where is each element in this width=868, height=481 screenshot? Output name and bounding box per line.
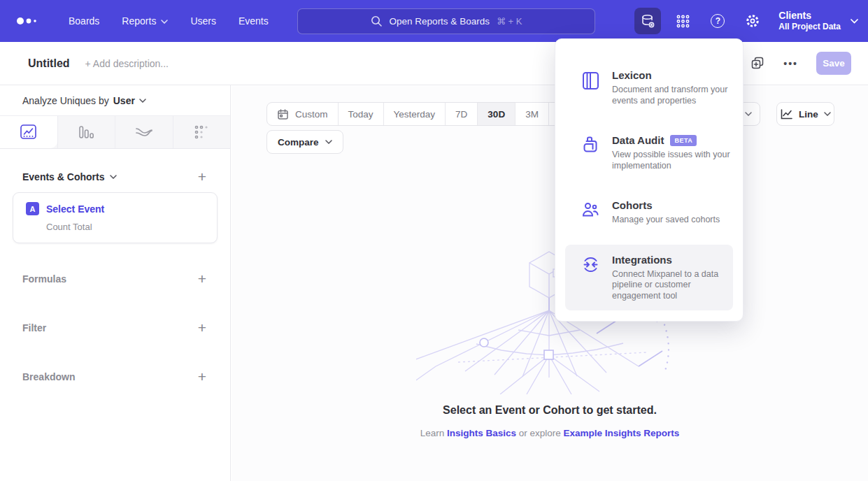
top-nav: Boards Reports Users Events Open Reports… (0, 0, 868, 42)
event-card[interactable]: A Select Event Count Total (13, 192, 218, 243)
date-range-yesterday[interactable]: Yesterday (383, 103, 446, 125)
project-switcher[interactable]: Clients All Project Data (778, 10, 858, 32)
chart-type-tabs (0, 115, 230, 149)
nav-item-label: Boards (69, 15, 99, 27)
add-breakdown-button[interactable]: + (198, 370, 206, 384)
formulas-section: Formulas + (0, 254, 230, 303)
grid-dots-tab-icon (194, 124, 209, 140)
apps-grid-button[interactable] (669, 8, 696, 34)
date-range-label: Today (348, 109, 373, 120)
chevron-down-icon (161, 20, 168, 24)
empty-state-title: Select an Event or Cohort to get started… (232, 404, 868, 417)
flows-tab-icon (135, 125, 153, 139)
nav-item-users[interactable]: Users (182, 10, 225, 32)
add-formula-button[interactable]: + (198, 272, 206, 286)
save-button[interactable]: Save (816, 52, 851, 75)
apps-grid-icon (676, 14, 690, 29)
spacer (565, 235, 733, 245)
nav-item-reports[interactable]: Reports (113, 10, 176, 32)
nav-item-label: Reports (122, 15, 156, 27)
add-description-field[interactable]: + Add description... (85, 58, 169, 69)
spacer (565, 115, 733, 125)
compare-dropdown[interactable]: Compare (266, 130, 343, 154)
report-title[interactable]: Untitled (28, 57, 70, 70)
menu-item-integrations[interactable]: Integrations Connect Mixpanel to a data … (565, 245, 733, 311)
menu-item-data-audit[interactable]: Data Audit BETA View possible issues wit… (565, 125, 733, 180)
database-gear-icon (640, 13, 656, 29)
date-range-label: 7D (455, 109, 467, 120)
search-icon (371, 15, 383, 27)
spacer (565, 180, 733, 190)
tab-flows[interactable] (115, 116, 173, 148)
date-range-7d[interactable]: 7D (445, 103, 477, 125)
gear-icon (745, 13, 760, 29)
analyze-by-value: User (113, 95, 135, 106)
help-glyph-text: ? (716, 16, 720, 26)
chevron-down-icon (110, 175, 117, 179)
data-management-button[interactable] (634, 8, 661, 34)
project-text: Clients All Project Data (778, 10, 841, 32)
nav-item-label: Users (190, 15, 216, 27)
menu-item-text: Integrations Connect Mixpanel to a data … (612, 254, 739, 302)
date-range-label: Custom (295, 109, 328, 120)
select-event-button[interactable]: Select Event (46, 203, 104, 215)
data-management-menu: Lexicon Document and transform your even… (555, 38, 744, 322)
analyze-row: Analyze Uniques by User (0, 85, 230, 115)
formulas-label: Formulas (22, 273, 66, 285)
menu-item-title: Integrations (612, 254, 672, 266)
line-chart-icon (780, 108, 793, 120)
integrations-sync-icon (581, 254, 600, 302)
nav-item-events[interactable]: Events (230, 10, 277, 32)
tab-retention-grid[interactable] (173, 116, 231, 148)
count-total-dropdown[interactable]: Count Total (46, 222, 207, 232)
mixpanel-logo-icon[interactable] (15, 16, 41, 26)
help-button[interactable]: ? (704, 8, 731, 34)
more-options-button[interactable]: ••• (783, 58, 798, 69)
date-range-control: Custom Today Yesterday 7D 30D 3M 6M (266, 102, 583, 126)
chevron-down-icon (325, 140, 332, 144)
menu-item-desc: Connect Mixpanel to a data pipeline or c… (612, 269, 739, 302)
date-range-30d[interactable]: 30D (477, 103, 515, 125)
date-range-today[interactable]: Today (338, 103, 383, 125)
tab-insights-line[interactable] (0, 116, 57, 148)
menu-item-text: Cohorts Manage your saved cohorts (612, 199, 739, 226)
report-canvas: Custom Today Yesterday 7D 30D 3M 6M Comp… (232, 86, 868, 481)
org-name: Clients (778, 10, 841, 22)
date-range-custom[interactable]: Custom (267, 103, 338, 125)
date-range-label: 3M (525, 109, 539, 120)
events-section-header: Events & Cohorts + (0, 170, 230, 184)
search-shortcut: ⌘ + K (497, 16, 522, 27)
empty-state-subtitle: Learn Insights Basics or explore Example… (232, 428, 868, 438)
menu-item-desc: Manage your saved cohorts (612, 215, 739, 226)
date-range-label: Yesterday (394, 109, 436, 120)
insights-basics-link[interactable]: Insights Basics (447, 428, 516, 438)
add-filter-button[interactable]: + (198, 321, 206, 335)
filter-section: Filter + (0, 303, 230, 352)
menu-item-lexicon[interactable]: Lexicon Document and transform your even… (565, 60, 733, 115)
events-section-title: Events & Cohorts (22, 171, 104, 182)
event-series-badge: A (26, 202, 39, 215)
calendar-icon (277, 108, 289, 120)
menu-item-cohorts[interactable]: Cohorts Manage your saved cohorts (565, 190, 733, 235)
nav-item-boards[interactable]: Boards (60, 10, 108, 32)
date-range-3m[interactable]: 3M (515, 103, 548, 125)
add-event-button[interactable]: + (198, 170, 206, 184)
chevron-down-icon (851, 19, 858, 24)
spacer (0, 243, 230, 254)
events-section-toggle[interactable]: Events & Cohorts (22, 171, 117, 182)
chart-style-dropdown[interactable]: Line (776, 102, 834, 126)
nav-right-cluster: ? Clients All Project Data (634, 0, 858, 42)
empty-state: Select an Event or Cohort to get started… (232, 404, 868, 438)
line-chart-tab-icon (20, 124, 37, 140)
chevron-down-icon (139, 99, 146, 103)
menu-item-desc: Document and transform your events and p… (612, 85, 739, 106)
analyze-by-dropdown[interactable]: User (113, 95, 146, 106)
beta-badge: BETA (670, 135, 697, 146)
duplicate-icon[interactable] (750, 56, 765, 71)
settings-button[interactable] (739, 8, 766, 34)
filter-label: Filter (22, 322, 46, 333)
help-icon: ? (711, 14, 725, 28)
example-reports-link[interactable]: Example Insights Reports (564, 428, 680, 438)
tab-bar-chart[interactable] (57, 116, 115, 148)
global-search-input[interactable]: Open Reports & Boards ⌘ + K (297, 8, 595, 34)
